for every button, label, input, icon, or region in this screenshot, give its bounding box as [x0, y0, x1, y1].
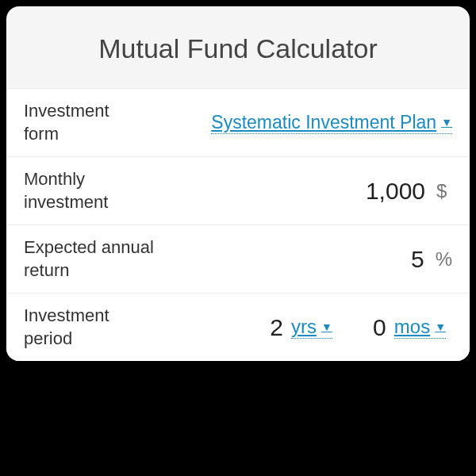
- select-investment-form[interactable]: Systematic Investment Plan ▼: [211, 112, 452, 134]
- calculator-card: Mutual Fund Calculator Investment form S…: [6, 6, 470, 361]
- card-title: Mutual Fund Calculator: [6, 6, 470, 88]
- chevron-down-icon: ▼: [321, 321, 332, 333]
- input-period-years[interactable]: [236, 314, 283, 341]
- value-wrap-investment-form: Systematic Investment Plan ▼: [111, 112, 452, 134]
- label-expected-return: Expected annual return: [24, 236, 175, 282]
- chevron-down-icon: ▼: [435, 321, 446, 333]
- select-investment-form-text: Systematic Investment Plan: [211, 112, 436, 133]
- select-period-years-unit[interactable]: yrs ▼: [291, 316, 332, 339]
- input-expected-return[interactable]: [175, 246, 424, 273]
- label-investment-form: Investment form: [24, 100, 111, 145]
- value-wrap-return: %: [175, 246, 452, 273]
- input-monthly-investment[interactable]: [158, 178, 425, 205]
- row-investment-period: Investment period yrs ▼ mos ▼: [6, 293, 470, 361]
- row-monthly-investment: Monthly investment $: [6, 156, 470, 225]
- row-investment-form: Investment form Systematic Investment Pl…: [6, 88, 470, 156]
- chevron-down-icon: ▼: [441, 116, 452, 129]
- unit-expected-return: %: [436, 248, 452, 271]
- period-group: yrs ▼ mos ▼: [111, 314, 452, 341]
- period-years-unit-text: yrs: [291, 316, 317, 338]
- unit-monthly-investment: $: [436, 180, 452, 202]
- label-investment-period: Investment period: [24, 305, 111, 350]
- label-monthly-investment: Monthly investment: [24, 168, 158, 213]
- select-period-months-unit[interactable]: mos ▼: [394, 316, 446, 339]
- input-period-months[interactable]: [339, 314, 386, 341]
- period-months-unit-text: mos: [394, 316, 430, 338]
- value-wrap-monthly: $: [158, 178, 452, 205]
- row-expected-return: Expected annual return %: [6, 225, 470, 293]
